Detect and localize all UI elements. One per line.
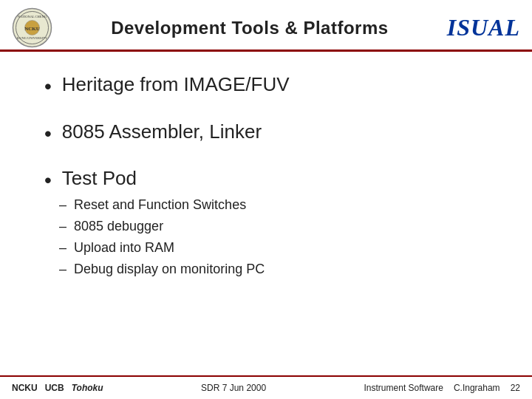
footer-left: NCKU UCB Tohoku (12, 383, 103, 393)
bullet-1: • Heritage from IMAGE/FUV (44, 72, 488, 99)
sub-list: – Reset and Function Switches – 8085 deb… (59, 196, 265, 282)
footer-right: Instrument Software C.Ingraham 22 (364, 383, 520, 393)
sub-dash-4: – (59, 260, 66, 279)
slide: NCKU NATIONAL CHENG KUNG UNIVERSITY Deve… (0, 0, 532, 399)
footer-ncku: NCKU (12, 383, 38, 393)
bullet-text-2: 8085 Assembler, Linker (62, 120, 262, 145)
bullet-dot-2: • (44, 121, 52, 146)
ncku-seal-icon: NCKU NATIONAL CHENG KUNG UNIVERSITY (12, 7, 52, 48)
footer-author: C.Ingraham (454, 383, 500, 393)
svg-text:NCKU: NCKU (24, 26, 40, 32)
sub-text-4: Debug display on monitoring PC (74, 260, 265, 279)
footer: NCKU UCB Tohoku SDR 7 Jun 2000 Instrumen… (0, 375, 532, 399)
footer-ucb: UCB (45, 383, 64, 393)
bullet-dot-3: • (44, 168, 52, 193)
bullet-3: • Test Pod – Reset and Function Switches… (44, 166, 488, 282)
sub-text-3: Upload into RAM (74, 239, 174, 257)
bullet-2: • 8085 Assembler, Linker (44, 120, 488, 146)
sub-text-1: Reset and Function Switches (74, 196, 246, 214)
sub-dash-3: – (59, 239, 66, 257)
sub-item-3: – Upload into RAM (59, 239, 265, 257)
footer-tohoku: Tohoku (72, 383, 103, 393)
header: NCKU NATIONAL CHENG KUNG UNIVERSITY Deve… (0, 0, 532, 52)
bullet-text-1: Heritage from IMAGE/FUV (62, 72, 290, 98)
bullet-dot-1: • (44, 74, 52, 99)
svg-text:KUNG UNIVERSITY: KUNG UNIVERSITY (17, 36, 48, 40)
sub-item-2: – 8085 debugger (59, 217, 265, 236)
footer-center: SDR 7 Jun 2000 (201, 383, 266, 393)
sub-dash-1: – (59, 196, 66, 214)
slide-title: Development Tools & Platforms (52, 18, 447, 38)
isual-brand: ISUAL (447, 14, 520, 41)
svg-text:NATIONAL CHENG: NATIONAL CHENG (18, 15, 47, 18)
sub-item-1: – Reset and Function Switches (59, 196, 265, 214)
sub-text-2: 8085 debugger (74, 217, 163, 236)
bullet-text-3: Test Pod (62, 166, 137, 191)
footer-page: 22 (511, 383, 520, 393)
sub-dash-2: – (59, 217, 66, 236)
sub-item-4: – Debug display on monitoring PC (59, 260, 265, 279)
footer-instrument: Instrument Software (364, 383, 443, 393)
main-content: • Heritage from IMAGE/FUV • 8085 Assembl… (0, 52, 532, 375)
